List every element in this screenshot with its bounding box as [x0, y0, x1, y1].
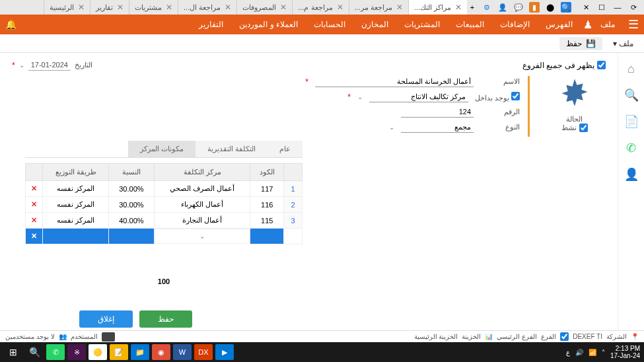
whatsapp-icon[interactable]: ✆	[626, 141, 636, 155]
wifi-icon[interactable]: 📶	[589, 349, 596, 356]
col-delete	[26, 164, 43, 181]
close-icon[interactable]: ✕	[455, 3, 462, 12]
show-in-branches-checkbox[interactable]: يظهر فى جميع الفروع	[522, 61, 606, 70]
whatsapp-app-icon[interactable]: ✆	[46, 344, 65, 360]
gear-icon[interactable]: ⚙	[482, 2, 492, 13]
app-icon[interactable]: ◉	[152, 344, 170, 360]
window-controls: ✕ ☐ — ⟳	[575, 2, 644, 13]
table-row[interactable]: 1 117 أعمال الصرف الصحي 30.00% المركز نف…	[26, 181, 303, 197]
type-input[interactable]	[401, 122, 474, 133]
close-icon[interactable]: ✕	[280, 3, 287, 12]
arrow-back-icon: ←	[284, 229, 303, 244]
number-input[interactable]	[401, 106, 474, 118]
nav-purchases[interactable]: المشتريات	[396, 20, 448, 29]
file-dropdown[interactable]: ملف ▾	[608, 39, 639, 48]
chevron-down-icon[interactable]: ⌄	[199, 233, 205, 240]
nav-additions[interactable]: الإضافات	[492, 20, 538, 29]
inside-input[interactable]	[369, 91, 468, 102]
col-method: طريقة التوزيع	[43, 164, 109, 181]
inner-tab-general[interactable]: عام	[268, 141, 303, 157]
table-row-new[interactable]: ← ⌄ ✕	[26, 229, 303, 244]
branch-toggle[interactable]	[560, 332, 569, 341]
new-tab-button[interactable]: +	[467, 2, 478, 13]
close-icon[interactable]: ✕	[225, 3, 231, 12]
word-app-icon[interactable]: W	[173, 344, 192, 360]
table-row[interactable]: 3 115 أعمال النجارة 40.00% المركز نفسه ✕	[26, 213, 303, 229]
table-row[interactable]: 2 116 أعمال الكهرباء 30.00% المركز نفسه …	[26, 197, 303, 213]
delete-row-icon[interactable]: ✕	[31, 200, 37, 208]
center-dropdown[interactable]: ⌄	[155, 229, 250, 244]
nav-reports[interactable]: التقارير	[191, 20, 231, 29]
save-button[interactable]: حفظ	[139, 310, 192, 328]
chrome-app-icon[interactable]: 🟡	[89, 344, 107, 360]
delete-row-icon[interactable]: ✕	[31, 216, 37, 224]
clock[interactable]: 2:13 PM 17-Jan-24	[610, 345, 640, 359]
branches-label: يظهر فى جميع الفروع	[522, 61, 594, 70]
close-icon[interactable]: ✕	[337, 3, 343, 12]
close-window-icon[interactable]: ✕	[581, 2, 591, 13]
close-icon[interactable]: ✕	[166, 3, 172, 12]
pin-icon: 📍	[631, 333, 639, 340]
toggle-icon[interactable]: ⬤	[545, 2, 555, 13]
bell-icon[interactable]: 🔔	[5, 19, 17, 30]
name-input[interactable]	[315, 76, 474, 87]
user-figure-icon: ♟	[583, 18, 592, 31]
date-value[interactable]: 17-01-2024	[28, 59, 71, 71]
tab-expenses[interactable]: ✕المصروفات	[236, 0, 292, 15]
delete-row-icon[interactable]: ✕	[31, 184, 37, 192]
notes-app-icon[interactable]: 📝	[110, 344, 128, 360]
search-taskbar-icon[interactable]: 🔍	[25, 344, 44, 360]
date-field[interactable]: * ⌄ 17-01-2024 التاريخ	[12, 59, 92, 71]
search-mini-icon[interactable]: 🔍	[561, 2, 571, 13]
nav-file[interactable]: ملف	[592, 20, 623, 29]
document-icon[interactable]: 📄	[624, 114, 639, 129]
nav-clients[interactable]: العملاء و الموردين	[231, 20, 306, 29]
tab-reports[interactable]: ✕تقارير	[90, 0, 129, 15]
close-icon[interactable]: ✕	[396, 3, 403, 12]
active-checkbox[interactable]: نشط	[561, 124, 588, 132]
tab-home[interactable]: ✕الرئيسية	[44, 0, 90, 15]
tab-review-3[interactable]: ✕مراجعة مر...	[349, 0, 408, 15]
delete-row-icon[interactable]: ✕	[31, 232, 37, 240]
inner-tab-estimate[interactable]: التكلفة التقديرية	[196, 141, 268, 157]
volume-icon[interactable]: 🔊	[575, 349, 583, 356]
start-icon[interactable]: ⊞	[4, 344, 22, 360]
tray-up-icon[interactable]: ˄	[602, 349, 605, 356]
chevron-down-icon[interactable]: ⌄	[389, 124, 394, 131]
chevron-down-icon[interactable]: ⌄	[357, 93, 363, 100]
nav-index[interactable]: الفهرس	[538, 20, 581, 29]
close-icon[interactable]: ✕	[117, 3, 124, 12]
nav-accounts[interactable]: الحسابات	[306, 20, 353, 29]
chat-icon[interactable]: 💬	[513, 2, 524, 13]
branches-check[interactable]	[597, 61, 606, 69]
search-icon[interactable]: 🔍	[624, 88, 639, 102]
dexef-app-icon[interactable]: DX	[194, 344, 213, 360]
save-toolbar-button[interactable]: 💾 حفظ	[559, 37, 602, 50]
col-code: الكود	[250, 164, 284, 181]
chevron-down-icon[interactable]: ⌄	[19, 61, 24, 69]
close-button[interactable]: إغلاق	[79, 310, 133, 328]
tab-purchases[interactable]: ✕مشتريات	[129, 0, 178, 15]
person-icon[interactable]: 👤	[497, 2, 508, 13]
tab-review-2[interactable]: ✕مراجعة م...	[292, 0, 348, 15]
home-icon[interactable]: ⌂	[627, 62, 635, 76]
restore-window-icon[interactable]: ☐	[596, 2, 607, 13]
tab-review-1[interactable]: ✕مراجعة ال...	[178, 0, 236, 15]
explorer-app-icon[interactable]: 📁	[131, 344, 149, 360]
close-icon[interactable]: ✕	[78, 3, 85, 12]
slack-app-icon[interactable]: ※	[67, 344, 86, 360]
system-tray: ع 🔊 📶 ˄ 2:13 PM 17-Jan-24	[566, 345, 640, 359]
menu-icon[interactable]: ☰	[628, 17, 639, 32]
nav-sales[interactable]: المبيعات	[448, 20, 492, 29]
inside-checkbox[interactable]: يوجد بداخل	[475, 92, 520, 102]
refresh-icon[interactable]: ⟳	[628, 2, 639, 13]
tab-cost-centers[interactable]: ✕مراكز التك...	[408, 0, 467, 15]
app-badge-icon[interactable]: ▮	[529, 2, 540, 13]
video-app-icon[interactable]: ▶	[215, 344, 234, 360]
support-icon[interactable]	[102, 332, 115, 342]
inner-tab-components[interactable]: مكونات المركز	[128, 141, 196, 157]
lang-indicator[interactable]: ع	[566, 349, 570, 356]
minimize-window-icon[interactable]: —	[612, 2, 623, 13]
nav-stores[interactable]: المخازن	[353, 20, 396, 29]
profile-icon[interactable]: 👤	[624, 167, 639, 182]
